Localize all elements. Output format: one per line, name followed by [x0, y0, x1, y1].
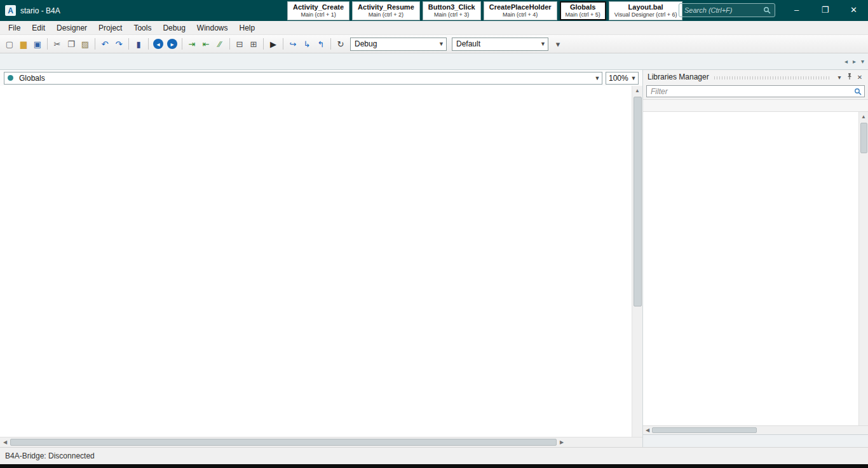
- copy-icon[interactable]: ❐: [65, 38, 78, 50]
- code-editor[interactable]: ▲: [0, 86, 642, 437]
- maximize-button[interactable]: ❐: [811, 0, 839, 19]
- paste-icon[interactable]: ▨: [79, 38, 92, 50]
- menu-debug[interactable]: Debug: [157, 22, 191, 34]
- app-logo-icon: A: [5, 5, 16, 16]
- sub-navigator-combo[interactable]: Globals ▼: [4, 72, 602, 85]
- document-tab-strip: ◂ ▸ ▾: [0, 53, 868, 70]
- clean-project-icon[interactable]: ↻: [334, 38, 347, 50]
- step-out-icon[interactable]: ↰: [315, 38, 327, 50]
- scroll-up-icon[interactable]: ▲: [859, 112, 868, 121]
- filter-row: [643, 84, 868, 99]
- title-bar: A stario - B4A Activity_CreateMain (ctrl…: [0, 0, 868, 21]
- filter-box[interactable]: [646, 85, 865, 97]
- header-tab-createplaceholder[interactable]: CreatePlaceHolderMain (ctrl + 4): [484, 1, 557, 20]
- close-button[interactable]: ✕: [839, 0, 868, 19]
- libraries-table-body-wrap: ▲: [643, 112, 868, 425]
- expand-all-icon[interactable]: ⊞: [247, 38, 260, 50]
- scroll-tabs-right-icon[interactable]: ▸: [853, 58, 856, 65]
- header-tab-button3-click[interactable]: Button3_ClickMain (ctrl + 3): [423, 1, 481, 20]
- sub-navigator-value: Globals: [17, 74, 593, 83]
- header-tab-activity-create[interactable]: Activity_CreateMain (ctrl + 1): [287, 1, 349, 20]
- panel-menu-icon[interactable]: ▾: [834, 74, 844, 81]
- toolbar-separator: [263, 38, 264, 50]
- navigate-back-icon[interactable]: ◂: [153, 39, 163, 49]
- menu-project[interactable]: Project: [93, 22, 128, 34]
- debug-mode-combo[interactable]: Debug▼: [350, 38, 447, 51]
- menu-bar: FileEditDesignerProjectToolsDebugWindows…: [0, 21, 868, 35]
- editor-column: Globals ▼ 100% ▼ ▲ ◀ ▶: [0, 70, 643, 447]
- editor-vertical-scrollbar[interactable]: ▲: [632, 86, 642, 437]
- bridge-status: B4A-Bridge: Disconnected: [5, 451, 95, 460]
- panel-close-icon[interactable]: ✕: [855, 74, 865, 81]
- search-input[interactable]: [683, 6, 763, 15]
- header-tab-activity-resume[interactable]: Activity_ResumeMain (ctrl + 2): [352, 1, 420, 20]
- scroll-left-icon[interactable]: ◀: [0, 437, 10, 447]
- menu-edit[interactable]: Edit: [26, 22, 51, 34]
- toolbar-overflow-icon[interactable]: ▾: [552, 38, 564, 50]
- tab-list-dropdown-icon[interactable]: ▾: [861, 58, 864, 65]
- navigate-forward-icon[interactable]: ▸: [167, 39, 177, 49]
- menu-file[interactable]: File: [3, 22, 26, 34]
- zoom-value: 100%: [606, 74, 629, 83]
- filter-input[interactable]: [649, 86, 854, 97]
- status-bar: B4A-Bridge: Disconnected: [0, 447, 868, 464]
- toolbar-separator: [229, 38, 230, 50]
- libraries-hscroll-thumb[interactable]: [652, 427, 757, 433]
- code-lines: [0, 86, 632, 437]
- menu-windows[interactable]: Windows: [191, 22, 234, 34]
- libraries-vscroll-thumb[interactable]: [860, 123, 867, 153]
- editor-vscroll-thumb[interactable]: [634, 97, 642, 306]
- menu-designer[interactable]: Designer: [51, 22, 93, 34]
- scroll-tabs-left-icon[interactable]: ◂: [844, 58, 848, 65]
- collapse-all-icon[interactable]: ⊟: [233, 38, 246, 50]
- build-configuration-combo[interactable]: Default▼: [452, 38, 548, 51]
- chevron-down-icon: ▼: [593, 75, 602, 81]
- windows-taskbar[interactable]: [0, 464, 868, 468]
- editor-horizontal-scrollbar[interactable]: ◀ ▶: [0, 437, 642, 447]
- toolbar-separator: [330, 38, 331, 50]
- redo-icon[interactable]: ↷: [112, 38, 125, 50]
- editor-hscroll-thumb[interactable]: [10, 439, 557, 446]
- menu-tools[interactable]: Tools: [128, 22, 157, 34]
- run-icon[interactable]: ▶: [267, 38, 280, 50]
- menu-help[interactable]: Help: [234, 22, 261, 34]
- bookmark-icon[interactable]: ▮: [132, 38, 145, 50]
- minimize-button[interactable]: –: [782, 0, 811, 19]
- open-folder-icon[interactable]: ▆: [17, 38, 30, 50]
- panel-header: Libraries Manager ▾ ✕: [643, 70, 868, 84]
- chevron-down-icon: ▼: [629, 75, 638, 81]
- main-content: Globals ▼ 100% ▼ ▲ ◀ ▶: [0, 70, 868, 447]
- new-file-icon[interactable]: ▢: [3, 38, 16, 50]
- libraries-vertical-scrollbar[interactable]: ▲: [858, 112, 868, 425]
- toolbar-separator: [47, 38, 48, 50]
- undo-icon[interactable]: ↶: [98, 38, 111, 50]
- step-over-icon[interactable]: ↪: [287, 38, 299, 50]
- filter-search-icon: [854, 88, 862, 95]
- pin-icon[interactable]: [844, 72, 855, 81]
- step-into-icon[interactable]: ↳: [301, 38, 313, 50]
- toolbar-separator: [128, 38, 129, 50]
- window-title: stario - B4A: [20, 6, 60, 15]
- scroll-up-icon[interactable]: ▲: [632, 86, 642, 95]
- libraries-table-body: [643, 112, 858, 425]
- save-icon[interactable]: ▣: [31, 38, 44, 50]
- debug-mode-combo-value: Debug: [351, 39, 437, 48]
- comment-icon[interactable]: ∕∕: [214, 38, 226, 50]
- header-tab-globals[interactable]: GlobalsMain (ctrl + 5): [560, 1, 606, 20]
- scroll-left-icon[interactable]: ◀: [643, 426, 652, 434]
- indent-icon[interactable]: ⇥: [186, 38, 198, 50]
- scroll-right-icon[interactable]: ▶: [557, 437, 567, 447]
- libraries-horizontal-scrollbar[interactable]: ◀: [643, 425, 868, 434]
- panel-title: Libraries Manager: [648, 72, 709, 81]
- chevron-down-icon: ▼: [437, 41, 446, 47]
- tab-nav: ◂ ▸ ▾: [844, 58, 864, 65]
- libraries-table: ▲: [643, 99, 868, 425]
- zoom-combo[interactable]: 100% ▼: [606, 72, 639, 85]
- toolbar: ▢▆▣✂❐▨↶↷▮◂▸⇥⇤∕∕⊟⊞▶↪↳↰↻Debug▼Default▼▾: [0, 35, 868, 53]
- cut-icon[interactable]: ✂: [51, 38, 64, 50]
- window-controls: – ❐ ✕: [782, 0, 868, 19]
- outdent-icon[interactable]: ⇤: [200, 38, 212, 50]
- header-tab-layout-bal[interactable]: Layout.balVisual Designer (ctrl + 6): [609, 1, 683, 20]
- search-box[interactable]: [679, 3, 775, 17]
- toolbar-separator: [95, 38, 95, 50]
